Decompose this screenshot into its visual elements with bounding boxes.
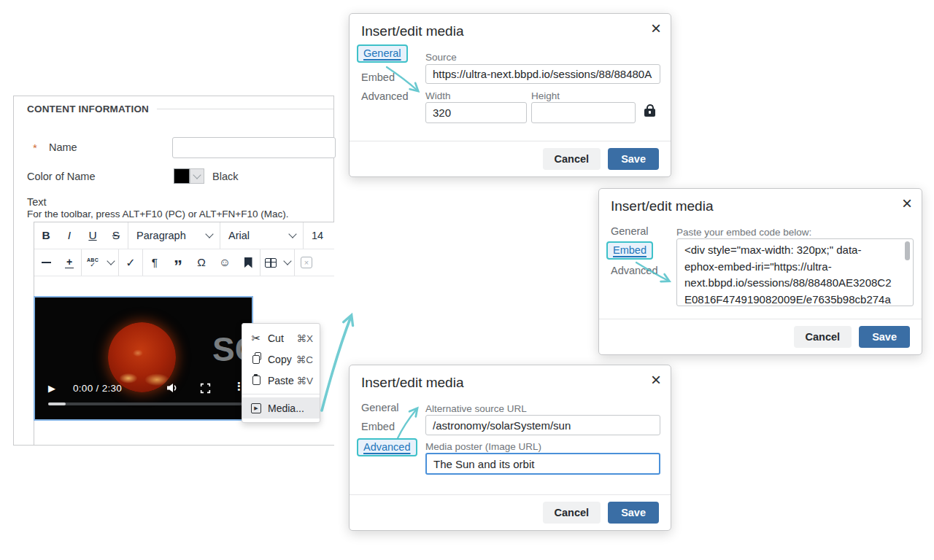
height-input[interactable] (531, 102, 636, 123)
close-icon[interactable]: × (902, 193, 912, 214)
dialog-footer: Cancel Save (599, 319, 922, 354)
menu-item-media[interactable]: ▶ Media... (242, 397, 320, 419)
menu-item-cut[interactable]: ✂ Cut ⌘X (242, 327, 320, 349)
menu-separator (242, 394, 320, 394)
video-progress-bar[interactable] (48, 402, 246, 405)
dialog-title: Insert/edit media (361, 23, 463, 39)
cancel-button[interactable]: Cancel (543, 148, 601, 170)
paragraph-marks-button[interactable]: ¶ (143, 249, 166, 276)
width-input[interactable] (425, 102, 527, 123)
font-size-value: 14 (312, 230, 323, 241)
scrollbar-thumb[interactable] (905, 241, 910, 260)
tab-advanced[interactable]: Advanced (361, 90, 409, 102)
pilcrow-icon: ¶ (152, 256, 158, 269)
close-icon[interactable]: × (651, 370, 661, 391)
save-button[interactable]: Save (608, 148, 659, 170)
tab-embed[interactable]: Embed (606, 241, 653, 260)
poster-input[interactable] (425, 453, 660, 475)
horizontal-line-icon (42, 262, 51, 263)
tab-advanced[interactable]: Advanced (357, 438, 417, 456)
delete-table-button[interactable]: × (295, 249, 318, 276)
paragraph-style-value: Paragraph (136, 230, 186, 241)
name-input[interactable] (172, 137, 336, 158)
table-dropdown[interactable] (281, 249, 294, 276)
chevron-down-icon (283, 257, 291, 265)
spellcheck-button[interactable]: ABC ✓ (82, 249, 104, 276)
insert-edit-media-dialog-advanced: Insert/edit media × General Embed Advanc… (349, 365, 671, 531)
underline-button[interactable]: U (81, 222, 104, 249)
spellcheck-dropdown[interactable] (104, 249, 118, 276)
media-play-icon: ▶ (251, 403, 261, 413)
spellcheck-icon: ABC ✓ (87, 257, 99, 268)
dialog-footer: Cancel Save (350, 494, 671, 530)
smiley-icon: ☺ (219, 256, 231, 269)
clipboard-icon (252, 376, 260, 385)
color-value-label: Black (212, 171, 238, 182)
x-square-icon: × (301, 257, 312, 268)
omega-icon: Ω (197, 256, 206, 269)
paragraph-style-select[interactable]: Paragraph (128, 222, 220, 249)
strikethrough-button[interactable]: S (104, 222, 128, 249)
context-menu: ✂ Cut ⌘X Copy ⌘C Paste ⌘V ▶ Media... (242, 323, 320, 423)
video-player[interactable]: SC ▶ 0:00 / 2:30 ⋮ (35, 298, 252, 419)
title-divider (157, 109, 333, 109)
insert-content-button[interactable]: + (58, 249, 81, 276)
tab-general[interactable]: General (611, 225, 649, 237)
menu-item-label: Media... (268, 402, 313, 414)
plus-bar-icon: + (65, 257, 74, 269)
volume-icon[interactable] (166, 383, 179, 396)
table-icon (265, 258, 277, 268)
cancel-button[interactable]: Cancel (543, 502, 601, 524)
play-icon[interactable]: ▶ (48, 383, 55, 394)
menu-item-label: Cut (268, 332, 296, 344)
cancel-button[interactable]: Cancel (794, 326, 852, 348)
menu-item-paste[interactable]: Paste ⌘V (242, 370, 320, 391)
tab-embed[interactable]: Embed (361, 421, 395, 432)
chevron-down-icon (193, 171, 201, 179)
source-input[interactable] (425, 64, 660, 84)
special-character-button[interactable]: Ω (190, 249, 213, 276)
emoticons-button[interactable]: ☺ (213, 249, 236, 276)
italic-button[interactable]: I (58, 222, 81, 249)
bookmark-icon (244, 257, 252, 268)
required-asterisk: * (33, 141, 37, 154)
tab-general[interactable]: General (357, 44, 408, 63)
dialog-footer: Cancel Save (350, 141, 671, 176)
panel-title: CONTENT INFORMATION (27, 104, 149, 114)
scissors-icon: ✂ (249, 332, 263, 345)
horizontal-rule-button[interactable] (34, 249, 58, 276)
menu-item-label: Copy (268, 354, 296, 365)
math-editor-button[interactable]: ✓ (119, 249, 142, 276)
chevron-down-icon (107, 257, 115, 265)
font-size-select[interactable]: 14 (304, 222, 328, 249)
toolbar-hint: For the toolbar, press ALT+F10 (PC) or A… (27, 209, 289, 219)
color-dropdown-button[interactable] (190, 168, 204, 184)
alt-source-label: Alternative source URL (425, 403, 527, 414)
save-button[interactable]: Save (608, 502, 659, 524)
font-family-value: Arial (228, 230, 250, 241)
bold-button[interactable]: B (34, 222, 58, 249)
fullscreen-icon[interactable] (200, 383, 211, 397)
poster-label: Media poster (Image URL) (425, 441, 541, 452)
color-swatch-black[interactable] (174, 168, 190, 184)
font-family-select[interactable]: Arial (220, 222, 303, 249)
close-icon[interactable]: × (651, 18, 661, 39)
anchor-button[interactable] (236, 249, 260, 276)
text-label: Text (27, 196, 47, 208)
alt-source-input[interactable] (425, 415, 660, 435)
tab-embed[interactable]: Embed (361, 71, 395, 83)
tab-general[interactable]: General (361, 402, 399, 413)
save-button[interactable]: Save (859, 326, 910, 348)
insert-edit-media-dialog-embed: Insert/edit media × General Embed Advanc… (598, 188, 922, 355)
embed-code-textarea[interactable]: <div style="max-width: 320px;" data- eph… (676, 238, 914, 306)
chevron-down-icon (288, 230, 296, 238)
blockquote-button[interactable]: ” (166, 249, 190, 276)
lock-icon[interactable] (644, 109, 655, 117)
chevron-down-icon (205, 230, 213, 238)
menu-item-copy[interactable]: Copy ⌘C (242, 349, 320, 370)
table-button[interactable] (260, 249, 281, 276)
tab-advanced[interactable]: Advanced (611, 265, 658, 276)
copy-icon (252, 355, 260, 364)
checkmark-icon: ✓ (126, 256, 135, 270)
toolbar-row-2: + ABC ✓ ✓ ¶ ” Ω ☺ (34, 249, 334, 276)
